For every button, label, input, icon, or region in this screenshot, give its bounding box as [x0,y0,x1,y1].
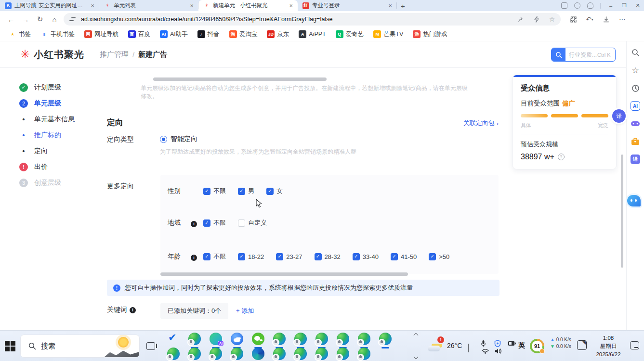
taskbar-app-icon[interactable] [311,333,332,347]
browser-tab[interactable]: 红 专业号登录 ✕ [298,0,397,11]
taskbar-app-icon[interactable] [205,348,226,361]
taskbar-app-icon[interactable] [226,348,248,361]
checkbox-option[interactable]: ✓ 28-32 [315,253,341,260]
taskbar-app-icon[interactable] [163,333,184,347]
bookmark-item[interactable]: 淘 爱淘宝 [229,30,258,39]
restore-button[interactable]: ❐ [621,2,628,9]
taskbar-app-icon[interactable] [205,333,226,347]
taskbar-app-icon[interactable] [375,333,396,347]
rail-search-icon[interactable] [630,47,641,58]
checkbox-option[interactable]: ✓ 不限 [203,252,226,261]
checkbox[interactable]: ✓ [203,253,210,260]
tab-close-icon[interactable]: ✕ [189,2,195,9]
taskbar-app-icon[interactable] [332,333,354,347]
checkbox[interactable]: ✓ [266,188,274,195]
tray-expand-chevron[interactable] [468,344,469,353]
checkbox-option[interactable]: ✓ 男 [238,187,254,195]
radio-selected-icon[interactable] [160,136,167,143]
rail-games-icon[interactable] [630,118,641,129]
home-icon[interactable]: ⌂ [47,15,62,24]
taskbar-app-icon[interactable] [184,333,205,347]
start-button[interactable] [5,341,15,351]
browser-tab[interactable]: K 上网导航-安全实用的网址导航 ✕ [0,0,99,11]
checkbox[interactable]: ✓ [353,253,360,260]
bookmark-item[interactable]: JD 京东 [267,30,289,39]
bookmark-item[interactable]: ★ 书签 [9,30,31,39]
bookmark-item[interactable]: ▮ 手机书签 [40,30,75,39]
pc-health-ring[interactable]: 91 [530,339,544,353]
temperature-text[interactable]: 26°C [447,342,462,349]
tab-close-icon[interactable]: ✕ [387,2,393,9]
page-scrollbar[interactable] [621,155,623,268]
taskbar-app-icon[interactable] [354,348,375,361]
header-search-input[interactable] [565,52,597,58]
checkbox-option[interactable]: ✓ 女 [266,187,283,195]
bookmark-item[interactable]: AI AI助手 [160,30,188,39]
browser-tab[interactable]: ✳ 新建单元 - 小红书聚光 ✕ [198,0,298,11]
history-undo-icon[interactable]: ↶▾ [586,15,593,23]
checkbox[interactable]: ✓ [238,219,245,227]
browser-tab[interactable]: ✳ 单元列表 ✕ [99,0,198,11]
checkbox-option[interactable]: ✓ 41-50 [391,253,417,260]
info-icon[interactable]: i [191,255,197,261]
checkbox-option[interactable]: ✓ 自定义 [238,219,267,227]
checkbox[interactable]: ✓ [203,219,210,227]
scroll-down-icon[interactable] [413,355,418,360]
taskbar-app-icon[interactable] [290,348,311,361]
rail-ai-icon[interactable]: AI [630,101,641,111]
new-tab-button[interactable]: + [401,2,405,10]
targeting-package-link[interactable]: 关联定向包› [463,119,499,128]
tray-weather-icon[interactable]: 1 [428,338,443,353]
tab-close-icon[interactable]: ✕ [90,2,95,9]
notification-center-icon[interactable] [630,341,639,349]
taskbar-app-icon[interactable] [226,333,248,347]
screenshot-icon[interactable] [577,340,587,350]
logo[interactable]: ✳ 小红书聚光 [20,48,84,61]
question-icon[interactable]: ? [558,154,565,160]
wifi-icon[interactable] [482,348,489,354]
header-search-box[interactable]: Ctrl K [551,48,616,62]
taskbar-app-icon[interactable] [290,333,311,347]
address-bar[interactable]: ad.xiaohongshu.com/aurora/ad/create/unit… [64,13,561,26]
sidebar-step[interactable]: 2 单元层级 [0,95,99,111]
sidebar-step[interactable]: ✓ 计划层级 [0,79,99,95]
lightning-icon[interactable] [533,15,540,23]
checkbox-option[interactable]: ✓ 不限 [203,187,226,195]
checkbox[interactable]: ✓ [391,253,398,260]
sidebar-step[interactable]: • 推广标的 [0,127,99,143]
checkbox-option[interactable]: ✓ 23-27 [276,253,302,260]
checkbox[interactable]: ✓ [429,253,436,260]
taskbar-search-box[interactable]: 搜索 [20,335,140,358]
battery-icon[interactable] [508,341,516,346]
devices-icon[interactable] [561,2,567,9]
extensions-puzzle-icon[interactable] [569,15,577,23]
checkbox[interactable]: ✓ [203,188,210,195]
forward-icon[interactable]: → [18,15,33,24]
smart-targeting-radio[interactable]: 智能定向 [160,135,197,143]
floating-translate-button[interactable]: 译 [612,109,626,123]
taskbar-app-icon[interactable] [248,333,269,347]
info-icon[interactable]: i [191,221,197,227]
sidebar-step[interactable]: • 单元基本信息 [0,111,99,127]
taskbar-app-icon[interactable] [248,348,269,361]
bookmark-item[interactable]: A AiPPT [299,30,326,38]
menu-more-icon[interactable]: ⋯ [618,15,626,23]
taskbar-app-icon[interactable] [269,333,290,347]
checkbox-option[interactable]: ✓ >50 [429,253,449,260]
checkbox-option[interactable]: ✓ 18-22 [238,253,264,260]
bookmark-item[interactable]: 游 热门游戏 [413,30,447,39]
checkbox[interactable]: ✓ [238,188,245,195]
taskbar-app-icon[interactable] [354,333,375,347]
task-view-icon[interactable] [146,342,155,350]
rail-favorites-star-icon[interactable]: ☆ [630,65,641,76]
shield-icon[interactable] [494,340,501,347]
site-settings-icon[interactable] [69,16,76,22]
sidebar-step[interactable]: 3 创意层级 [0,175,99,191]
rail-toolbox-icon[interactable] [630,136,641,147]
download-icon[interactable] [602,15,610,23]
minimize-button[interactable]: – [607,3,614,9]
bookmark-item[interactable]: Q 爱奇艺 [336,30,364,39]
taskbar-app-icon[interactable] [184,348,205,361]
rail-translate-icon[interactable]: 译 [630,154,641,165]
sidebar-step[interactable]: • 定向 [0,143,99,159]
